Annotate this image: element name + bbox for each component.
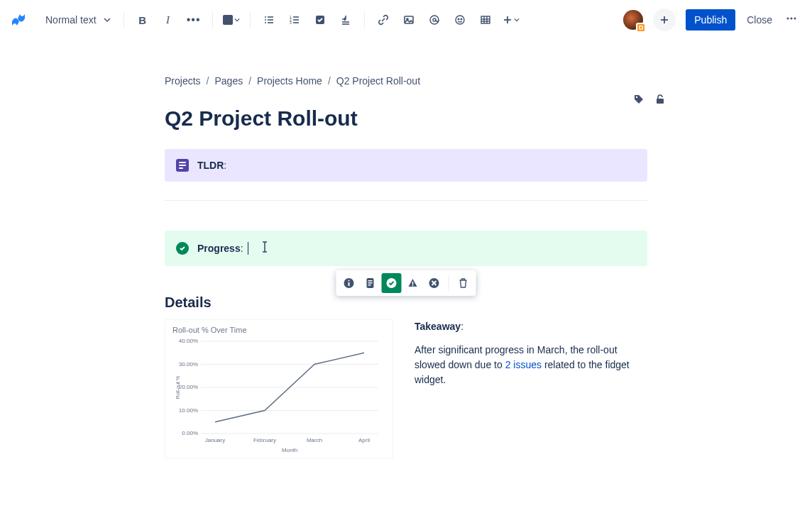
more-formatting-button[interactable]: ••• bbox=[182, 9, 205, 31]
svg-point-33 bbox=[794, 18, 796, 20]
breadcrumb-link[interactable]: Projects Home bbox=[257, 75, 322, 87]
toolbar-separator bbox=[449, 275, 449, 291]
breadcrumb-separator: / bbox=[207, 75, 209, 87]
insert-more-button[interactable] bbox=[500, 9, 522, 31]
action-item-button[interactable] bbox=[309, 9, 331, 31]
divider bbox=[165, 200, 647, 201]
svg-rect-44 bbox=[368, 282, 373, 284]
svg-rect-15 bbox=[405, 16, 413, 23]
takeaway-block[interactable]: Takeaway: After significant progress in … bbox=[415, 319, 647, 458]
svg-text:20.00%: 20.00% bbox=[179, 384, 198, 390]
breadcrumb: Projects / Pages / Projects Home / Q2 Pr… bbox=[165, 75, 647, 87]
svg-point-34 bbox=[636, 96, 637, 98]
breadcrumb-separator: / bbox=[248, 75, 251, 87]
svg-rect-47 bbox=[412, 282, 414, 285]
italic-button[interactable]: I bbox=[157, 9, 180, 31]
svg-point-19 bbox=[456, 16, 464, 24]
svg-point-4 bbox=[265, 22, 266, 23]
chart-title: Roll-out % Over Time bbox=[172, 326, 385, 334]
page-actions bbox=[633, 94, 666, 108]
close-button[interactable]: Close bbox=[747, 14, 772, 26]
tldr-panel[interactable]: TLDR: bbox=[165, 149, 647, 182]
app-logo-icon bbox=[10, 11, 27, 28]
toolbar-separator bbox=[212, 11, 213, 28]
panel-success-button[interactable] bbox=[382, 273, 402, 293]
check-circle-icon bbox=[176, 242, 189, 255]
toolbar-separator bbox=[364, 11, 365, 28]
chevron-down-icon bbox=[104, 16, 111, 23]
breadcrumb-link[interactable]: Pages bbox=[214, 75, 243, 87]
svg-rect-45 bbox=[368, 285, 371, 286]
takeaway-label: Takeaway bbox=[415, 321, 461, 332]
progress-panel[interactable]: Progress: bbox=[165, 231, 647, 266]
text-color-button[interactable] bbox=[220, 9, 243, 31]
svg-text:0.00%: 0.00% bbox=[182, 430, 198, 436]
chevron-down-icon bbox=[234, 17, 240, 23]
details-heading[interactable]: Details bbox=[165, 294, 647, 311]
avatar-badge: D bbox=[636, 23, 646, 33]
svg-rect-22 bbox=[481, 16, 490, 23]
bold-button[interactable]: B bbox=[131, 9, 154, 31]
svg-point-2 bbox=[265, 19, 266, 21]
svg-text:February: February bbox=[253, 437, 276, 443]
breadcrumb-separator: / bbox=[328, 75, 331, 87]
svg-text:10.00%: 10.00% bbox=[179, 407, 198, 414]
color-swatch-icon bbox=[223, 15, 233, 25]
panel-delete-button[interactable] bbox=[454, 273, 473, 293]
publish-button[interactable]: Publish bbox=[686, 9, 735, 31]
svg-text:March: March bbox=[307, 437, 322, 443]
svg-point-20 bbox=[458, 18, 459, 20]
emoji-button[interactable] bbox=[449, 9, 471, 31]
svg-text:January: January bbox=[205, 437, 225, 443]
page-content: Projects / Pages / Projects Home / Q2 Pr… bbox=[165, 75, 647, 458]
bullet-list-button[interactable] bbox=[258, 9, 280, 31]
chart-container[interactable]: Roll-out % Over Time 0.00%10.00%20.00%30… bbox=[165, 319, 393, 458]
text-cursor bbox=[248, 242, 248, 255]
issues-link[interactable]: 2 issues bbox=[505, 359, 542, 370]
toolbar-separator bbox=[124, 11, 124, 28]
more-actions-button[interactable] bbox=[781, 8, 802, 32]
text-style-label: Normal text bbox=[45, 14, 97, 26]
svg-text:30.00%: 30.00% bbox=[179, 361, 198, 368]
link-button[interactable] bbox=[372, 9, 395, 31]
svg-point-17 bbox=[430, 16, 439, 24]
svg-text:Month: Month bbox=[282, 447, 297, 453]
svg-rect-35 bbox=[657, 99, 664, 104]
page-title[interactable]: Q2 Project Roll-out bbox=[165, 106, 647, 131]
panel-type-toolbar bbox=[336, 270, 476, 296]
image-button[interactable] bbox=[397, 9, 420, 31]
panel-note-button[interactable] bbox=[361, 273, 380, 293]
svg-point-0 bbox=[265, 16, 266, 18]
indent-button[interactable] bbox=[334, 9, 357, 31]
progress-label: Progress bbox=[197, 243, 241, 254]
svg-text:Roll-out %: Roll-out % bbox=[175, 376, 180, 399]
mention-button[interactable] bbox=[423, 9, 446, 31]
svg-rect-40 bbox=[349, 282, 350, 286]
table-button[interactable] bbox=[474, 9, 497, 31]
panel-warning-button[interactable] bbox=[403, 273, 423, 293]
lock-open-icon[interactable] bbox=[654, 94, 666, 108]
breadcrumb-current[interactable]: Q2 Project Roll-out bbox=[336, 75, 420, 87]
svg-point-48 bbox=[412, 285, 414, 287]
toolbar-separator bbox=[250, 11, 251, 28]
note-icon bbox=[176, 159, 189, 172]
svg-point-21 bbox=[461, 18, 462, 20]
text-caret-icon bbox=[261, 241, 268, 256]
chevron-down-icon bbox=[514, 17, 520, 23]
svg-point-31 bbox=[787, 18, 789, 20]
user-avatar[interactable]: D bbox=[623, 10, 643, 30]
editor-toolbar: Normal text B I ••• 123 D bbox=[0, 0, 812, 40]
text-style-select[interactable]: Normal text bbox=[40, 10, 116, 30]
svg-rect-43 bbox=[368, 280, 373, 282]
line-chart: 0.00%10.00%20.00%30.00%40.00%JanuaryFebr… bbox=[172, 334, 385, 455]
tag-icon[interactable] bbox=[633, 94, 644, 108]
svg-text:3: 3 bbox=[290, 21, 292, 25]
panel-info-button[interactable] bbox=[339, 273, 359, 293]
details-row: Roll-out % Over Time 0.00%10.00%20.00%30… bbox=[165, 319, 647, 458]
breadcrumb-link[interactable]: Projects bbox=[165, 75, 201, 87]
tldr-label: TLDR bbox=[197, 160, 224, 171]
numbered-list-button[interactable]: 123 bbox=[283, 9, 306, 31]
invite-button[interactable] bbox=[653, 9, 676, 31]
svg-text:April: April bbox=[358, 437, 370, 443]
panel-error-button[interactable] bbox=[424, 273, 444, 293]
